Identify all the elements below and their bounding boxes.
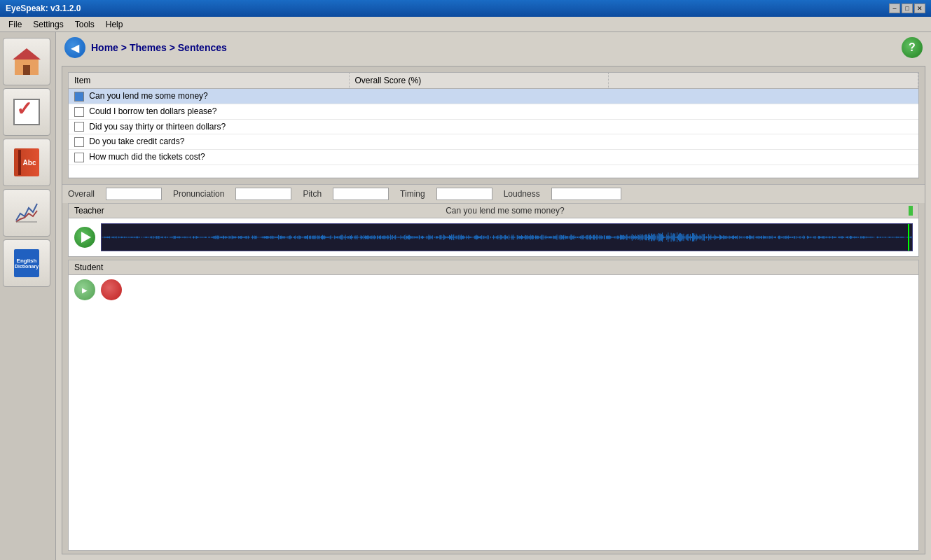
content-area: ◀ Home > Themes > Sentences ? Item Overa… [56, 32, 931, 560]
overall-label: Overall [68, 189, 95, 199]
row-score-2 [349, 104, 608, 119]
breadcrumb-sentences[interactable]: Sentences [178, 42, 227, 53]
column-item: Item [69, 73, 349, 89]
table-row-empty [69, 165, 918, 178]
navbar: ◀ Home > Themes > Sentences ? [56, 32, 931, 63]
overall-input[interactable] [106, 188, 162, 200]
menu-file[interactable]: File [3, 18, 27, 31]
green-indicator [909, 206, 913, 216]
menubar: File Settings Tools Help [0, 17, 931, 32]
teacher-content: // Waveform will be generated by JS belo… [69, 218, 918, 256]
table-row[interactable]: Can you lend me some money? [69, 89, 918, 104]
menu-tools[interactable]: Tools [69, 18, 100, 31]
table-row[interactable]: How much did the tickets cost? [69, 150, 918, 165]
help-button[interactable]: ? [902, 37, 923, 58]
close-button[interactable]: ✕ [914, 4, 925, 13]
titlebar-buttons: – □ ✕ [889, 4, 925, 13]
teacher-play-button[interactable] [74, 227, 95, 248]
breadcrumb-home[interactable]: Home [91, 42, 118, 53]
teacher-section: Teacher Can you lend me some money? // W… [68, 203, 919, 257]
main-panel: Item Overall Score (%) Can you lend me s… [62, 66, 925, 554]
teacher-sentence: Can you lend me some money? [110, 206, 900, 216]
sentences-table: Item Overall Score (%) Can you lend me s… [68, 72, 919, 178]
maximize-button[interactable]: □ [902, 4, 913, 13]
row-checkbox-1[interactable] [74, 92, 84, 102]
student-controls: ▶ [69, 275, 918, 304]
row-label-2: Could I borrow ten dollars please? [89, 106, 216, 116]
check-icon [13, 99, 40, 125]
chart-icon [13, 200, 40, 227]
sidebar-item-tasks[interactable] [3, 88, 50, 136]
row-label-4: Do you take credit cards? [89, 136, 184, 146]
book-icon: Abc [14, 148, 39, 176]
student-record-button[interactable] [101, 279, 122, 300]
sidebar: Abc English Dictionary [0, 32, 56, 560]
row-label-1: Can you lend me some money? [89, 91, 207, 101]
column-score: Overall Score (%) [349, 73, 608, 89]
table-row[interactable]: Did you say thirty or thirteen dollars? [69, 119, 918, 134]
pronunciation-input[interactable] [235, 188, 291, 200]
menu-help[interactable]: Help [100, 18, 129, 31]
pronunciation-label: Pronunciation [173, 189, 224, 199]
row-score-5 [349, 150, 608, 165]
student-label: Student [74, 262, 103, 272]
row-score-1 [349, 89, 608, 104]
row-checkbox-2[interactable] [74, 107, 84, 117]
timing-label: Timing [400, 189, 425, 199]
sidebar-item-charts[interactable] [3, 189, 50, 237]
score-bar: Overall Pronunciation Pitch Timing Loudn… [62, 184, 925, 203]
row-checkbox-5[interactable] [74, 153, 84, 162]
teacher-header: Teacher Can you lend me some money? [69, 204, 918, 218]
student-header: Student [69, 260, 918, 275]
column-extra [608, 73, 918, 89]
waveform-cursor [908, 224, 909, 251]
minimize-button[interactable]: – [889, 4, 900, 13]
row-label-5: How much did the tickets cost? [89, 152, 205, 162]
home-icon [13, 48, 41, 75]
row-label-3: Did you say thirty or thirteen dollars? [89, 122, 226, 132]
menu-settings[interactable]: Settings [27, 18, 69, 31]
loudness-input[interactable] [551, 188, 621, 200]
student-section: Student ▶ [68, 260, 919, 551]
student-play-button[interactable]: ▶ [74, 279, 95, 300]
sidebar-item-home[interactable] [3, 38, 50, 85]
sidebar-item-lessons[interactable]: Abc [3, 139, 50, 186]
row-score-4 [349, 134, 608, 150]
pitch-input[interactable] [333, 188, 389, 200]
table-row[interactable]: Do you take credit cards? [69, 134, 918, 150]
dictionary-icon: English Dictionary [14, 249, 39, 277]
timing-input[interactable] [436, 188, 492, 200]
loudness-label: Loudness [504, 189, 540, 199]
titlebar: EyeSpeak: v3.1.2.0 – □ ✕ [0, 0, 931, 17]
pitch-label: Pitch [303, 189, 322, 199]
titlebar-title: EyeSpeak: v3.1.2.0 [6, 4, 81, 13]
main-layout: Abc English Dictionary ◀ [0, 32, 931, 560]
sidebar-item-dictionary[interactable]: English Dictionary [3, 239, 50, 287]
row-checkbox-3[interactable] [74, 122, 84, 132]
row-score-3 [349, 119, 608, 134]
breadcrumb: Home > Themes > Sentences [91, 42, 227, 53]
teacher-label: Teacher [74, 206, 104, 216]
back-button[interactable]: ◀ [64, 37, 85, 58]
row-checkbox-4[interactable] [74, 137, 84, 147]
table-row[interactable]: Could I borrow ten dollars please? [69, 104, 918, 119]
breadcrumb-themes[interactable]: Themes [130, 42, 167, 53]
teacher-waveform: // Waveform will be generated by JS belo… [101, 223, 913, 251]
